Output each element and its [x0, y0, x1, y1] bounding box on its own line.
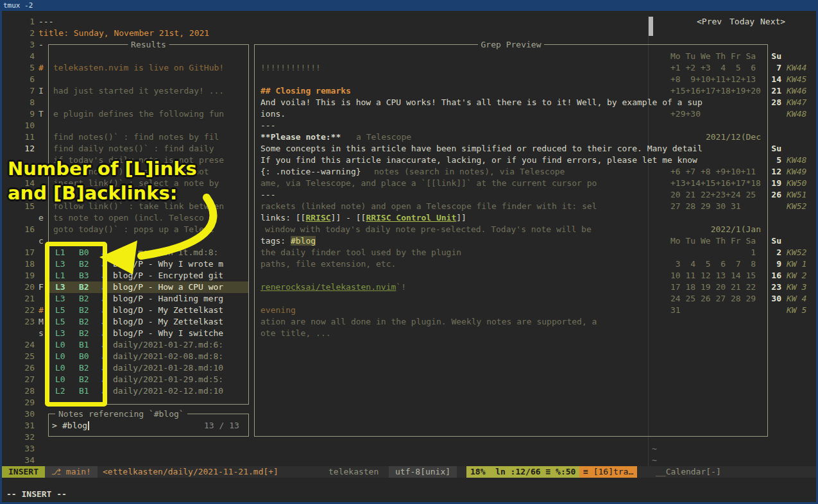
- links-line-mid: ]] - [[: [331, 213, 366, 223]
- calendar-week-number: KW52: [787, 201, 806, 212]
- calendar-week-days[interactable]: 10 11 12 13 14 15: [670, 270, 756, 281]
- terminal-screen: tmux -2 1 2 3 4 5 6 7 8 9 10 11 13 14 15…: [0, 0, 818, 504]
- calendar-sunday[interactable]: 5: [765, 155, 781, 166]
- bleed-text: find daily notes()` : find daily: [53, 143, 214, 155]
- calendar-sunday-header: Su: [765, 143, 781, 155]
- preview-links-line: links: [[RRISC]] - [[RRISC Control Unit]…: [260, 212, 466, 224]
- preview-line: !!!!!!!!!!!!: [260, 62, 321, 74]
- note-link[interactable]: RRISC: [305, 213, 330, 223]
- calendar-week-days[interactable]: +29+30: [670, 108, 701, 120]
- bleed-text: ts note to open (incl. Telesco: [53, 212, 204, 224]
- preview-window-title: Grep Preview: [478, 39, 545, 51]
- annotation-line-2: and [B]acklinks:: [8, 181, 197, 205]
- result-item[interactable]: daily/2021-01-28.md:10: [113, 362, 223, 374]
- bleed-text: e plugin defines the following fun: [53, 108, 224, 120]
- result-item[interactable]: blog/P - Why I switche: [113, 328, 223, 339]
- bleed-text: a Telescope: [356, 131, 411, 143]
- calendar-statusline: __Calendar[-]: [656, 466, 721, 478]
- calendar-sunday[interactable]: 21: [765, 85, 781, 97]
- preview-repo-line: renerocksai/telekasten.nvim`!: [260, 281, 406, 293]
- preview-line: ions.: [260, 108, 285, 120]
- bleed-text: paths, file extension, etc.: [260, 258, 396, 270]
- calendar-week-number: KW50: [787, 178, 806, 189]
- bleed-text: evening: [260, 305, 296, 316]
- calendar-week-days[interactable]: 1: [670, 247, 756, 258]
- repo-link[interactable]: renerocksai/telekasten.nvim: [260, 282, 396, 292]
- calendar-week-number: KW51: [787, 189, 806, 201]
- preview-line: {: .notice--warning}: [260, 166, 361, 178]
- result-item[interactable]: blog/P - Encrypted git: [113, 270, 223, 281]
- calendar-week-days[interactable]: +6 +7 +8 +9+10+11: [670, 166, 756, 178]
- tmux-title: tmux -2: [3, 1, 33, 10]
- calendar-week-days[interactable]: +15+16+17+18+19+20: [670, 85, 761, 97]
- calendar-sunday[interactable]: 7: [765, 62, 781, 74]
- cursor-position-indicator: 18% ln :12/66 ≡ %:50: [466, 466, 579, 478]
- preview-tags-line: tags: #blog: [260, 235, 316, 247]
- calendar-week-number: KW 1: [787, 258, 806, 270]
- calendar-week-days[interactable]: +8 9+10+11+12+13: [670, 74, 756, 85]
- result-item[interactable]: daily/2021-01-29.md:5:: [113, 374, 223, 385]
- calendar-next-button[interactable]: Next>: [760, 16, 785, 28]
- calendar-sunday[interactable]: 23: [765, 281, 781, 293]
- preview-line: And voila! This is how a CPU works! That…: [260, 97, 703, 108]
- annotation-highlight-box: [45, 242, 107, 407]
- result-item[interactable]: daily/2021-02-08.md:8:: [113, 351, 223, 362]
- result-item-selected[interactable]: blog/P - How a CPU wor: [113, 281, 223, 293]
- result-item[interactable]: daily/2021-02-12.md:10: [113, 385, 223, 397]
- tmux-titlebar: tmux -2: [0, 0, 818, 11]
- calendar-prev-button[interactable]: <Prev: [697, 16, 722, 28]
- scrollbar-thumb[interactable]: [649, 17, 653, 36]
- prompt-window-title: Notes referencing `#blog`: [55, 408, 187, 420]
- result-item[interactable]: blog/P - Why I wrote m: [113, 258, 223, 270]
- buffer-edge-char: #: [38, 305, 44, 316]
- annotation-label: Number of [L]inks and [B]acklinks:: [8, 156, 197, 205]
- calendar-week-days[interactable]: 20 21 22+23+24 25: [670, 189, 756, 201]
- preview-line: Some concepts in this article have been …: [260, 143, 703, 155]
- bleed-text: goto today()` : pops up a Telesc: [53, 224, 214, 235]
- file-path: <ettelkasten/daily/2021-11-21.md[+]: [103, 466, 278, 478]
- search-input[interactable]: #blog: [62, 420, 87, 432]
- links-line-pre: links: [[: [260, 213, 305, 223]
- calendar-week-days[interactable]: 24 25 26 27 28 29: [670, 293, 756, 305]
- result-item[interactable]: ...i mention it.md:8:: [113, 247, 218, 258]
- calendar-sunday[interactable]: 12: [765, 166, 781, 178]
- result-item[interactable]: blog/D - My Zettelkast: [113, 305, 223, 316]
- calendar-week-days[interactable]: 27 28 29 30 31: [670, 201, 741, 212]
- calendar-sunday[interactable]: 9: [765, 258, 781, 270]
- calendar-sunday[interactable]: 30: [765, 293, 781, 305]
- calendar-week-days[interactable]: +1 +2 +3 4 5 6: [670, 62, 756, 74]
- calendar-sunday[interactable]: 28: [765, 97, 781, 108]
- calendar-week-number: KW45: [787, 74, 806, 85]
- calendar-week-number: KW48: [787, 108, 806, 120]
- calendar-week-days[interactable]: 3 4 5 6 7 8: [670, 258, 756, 270]
- results-window-title: Results: [128, 39, 169, 51]
- calendar-sunday[interactable]: 26: [765, 189, 781, 201]
- calendar-weekday-header: Mo Tu We Th Fr Sa: [670, 51, 756, 62]
- calendar-weekday-header: Mo Tu We Th Fr Sa: [670, 235, 756, 247]
- empty-buffer-tilde: ~: [652, 455, 657, 466]
- calendar-week-days[interactable]: 17 18 19 20 21 22: [670, 281, 756, 293]
- bleed-text: telekasten.nvim is live on GitHub!: [53, 62, 224, 74]
- bleed-text: window with today's daily note pre-selec…: [265, 224, 592, 235]
- result-item[interactable]: blog/D - My Zettelkast: [113, 316, 223, 328]
- tags-label: tags:: [260, 236, 291, 246]
- calendar-sunday[interactable]: 14: [765, 74, 781, 85]
- note-link[interactable]: RRISC Control Unit: [366, 213, 456, 223]
- calendar-week-days[interactable]: +13+14+15+16+17*18: [670, 178, 761, 189]
- calendar-sunday[interactable]: 19: [765, 178, 781, 189]
- git-branch-indicator: ⎇ main!: [45, 466, 98, 478]
- calendar-week-number: KW48: [787, 155, 806, 166]
- buffer-edge-char: s: [38, 328, 44, 339]
- calendar-sunday-header: Su: [765, 51, 781, 62]
- calendar-week-days[interactable]: 31: [670, 305, 681, 316]
- result-item[interactable]: blog/P - Handling merg: [113, 293, 223, 305]
- empty-buffer-tilde: ~: [652, 443, 657, 455]
- calendar-week-number: KW 2: [787, 270, 806, 281]
- result-item[interactable]: daily/2021-01-27.md:6:: [113, 339, 223, 351]
- calendar-sunday[interactable]: 16: [765, 270, 781, 281]
- current-line-number: 12: [9, 143, 35, 155]
- annotation-line-1: Number of [L]inks: [8, 156, 197, 181]
- calendar-sunday[interactable]: 2: [765, 247, 781, 258]
- calendar-today-button[interactable]: Today: [729, 16, 754, 28]
- buffer-edge-char: I: [38, 85, 44, 97]
